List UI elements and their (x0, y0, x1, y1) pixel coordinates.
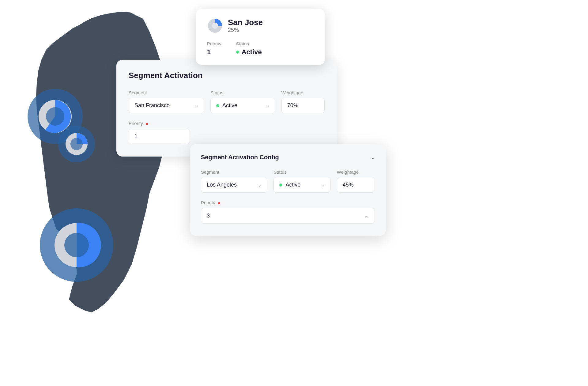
tooltip-pie-chart (207, 18, 223, 34)
status-active-dot-icon (216, 104, 219, 107)
sec-segment-select[interactable]: Los Angeles ⌄ (201, 177, 267, 193)
priority-label: Priority (129, 121, 148, 126)
segment-group: Segment San Francisco ⌄ (129, 90, 204, 113)
sec-segment-chevron-icon: ⌄ (258, 183, 262, 187)
sec-status-dot-icon (279, 184, 282, 187)
status-value-text: Active (222, 102, 237, 109)
sec-segment-label: Segment (201, 169, 267, 175)
sec-weightage-field[interactable]: 45% (337, 177, 375, 193)
segment-chevron-icon: ⌄ (195, 103, 198, 108)
tooltip-details: Priority 1 Status Active (207, 41, 314, 56)
tooltip-percent: 25% (228, 27, 263, 33)
bubble-sj (58, 126, 95, 162)
sec-priority-chevron-icon: ⌄ (365, 214, 369, 218)
secondary-panel-chevron-icon[interactable]: ⌄ (371, 154, 375, 160)
segment-select[interactable]: San Francisco ⌄ (129, 98, 204, 113)
tooltip-priority-field: Priority 1 (207, 41, 221, 56)
sec-status-label: Status (273, 169, 330, 175)
weightage-label: Weightage (281, 90, 325, 95)
sec-segment-group: Segment Los Angeles ⌄ (201, 169, 267, 193)
sec-status-group: Status Active ⌄ (273, 169, 330, 193)
weightage-group: Weightage 70% (281, 90, 325, 113)
required-dot-icon (146, 123, 148, 125)
sec-priority-section: Priority 3 ⌄ (201, 200, 375, 224)
tooltip-card: San Jose 25% Priority 1 Status Active (196, 9, 325, 65)
sec-weightage-value-text: 45% (343, 182, 354, 188)
tooltip-status-text: Active (242, 48, 262, 56)
bubble-la (40, 208, 113, 282)
weightage-field[interactable]: 70% (281, 98, 325, 113)
sec-status-value-text: Active (285, 182, 300, 188)
svg-point-5 (64, 233, 89, 257)
tooltip-status-field: Status Active (236, 41, 262, 56)
tooltip-status-value: Active (236, 48, 262, 56)
priority-section: Priority 1 (129, 121, 325, 144)
secondary-panel: Segment Activation Config ⌄ Segment Los … (190, 144, 386, 236)
main-panel-title: Segment Activation (129, 71, 325, 80)
svg-point-7 (212, 23, 218, 29)
segment-value-text: San Francisco (134, 102, 170, 109)
svg-point-3 (70, 138, 83, 150)
weightage-value-text: 70% (287, 102, 298, 109)
main-panel: Segment Activation Segment San Francisco… (116, 60, 337, 157)
tooltip-status-label: Status (236, 41, 262, 46)
california-map (18, 9, 178, 316)
svg-point-1 (46, 107, 64, 126)
tooltip-priority-label: Priority (207, 41, 221, 46)
status-group: Status Active ⌄ (210, 90, 275, 113)
priority-input[interactable]: 1 (129, 129, 190, 144)
segment-select-value: San Francisco (134, 102, 170, 109)
sec-segment-value: Los Angeles (207, 182, 237, 188)
segment-label: Segment (129, 90, 204, 95)
sec-weightage-group: Weightage 45% (337, 169, 375, 193)
status-label: Status (210, 90, 275, 95)
status-dot-icon (236, 51, 239, 54)
secondary-panel-title: Segment Activation Config (201, 154, 279, 161)
sec-priority-field[interactable]: 3 ⌄ (201, 208, 375, 224)
sec-priority-value: 3 (207, 213, 210, 219)
sec-priority-label: Priority (201, 200, 220, 205)
sec-status-value: Active (279, 182, 300, 188)
main-form-row: Segment San Francisco ⌄ Status Active ⌄ (129, 90, 325, 113)
tooltip-priority-value: 1 (207, 48, 221, 56)
tooltip-city-name: San Jose (228, 18, 263, 27)
tooltip-city-row: San Jose 25% (207, 18, 314, 34)
sec-segment-value-text: Los Angeles (207, 182, 237, 188)
scene: San Jose 25% Priority 1 Status Active Se… (0, 0, 588, 386)
status-select-value: Active (216, 102, 237, 109)
status-select[interactable]: Active ⌄ (210, 98, 275, 113)
sec-status-select[interactable]: Active ⌄ (273, 177, 330, 193)
status-chevron-icon: ⌄ (266, 103, 270, 108)
secondary-panel-header: Segment Activation Config ⌄ (201, 154, 375, 161)
sec-required-dot-icon (218, 202, 220, 204)
secondary-form-row: Segment Los Angeles ⌄ Status Active ⌄ (201, 169, 375, 193)
tooltip-city-info: San Jose 25% (228, 18, 263, 33)
sec-status-chevron-icon: ⌄ (321, 183, 325, 187)
sec-weightage-label: Weightage (337, 169, 375, 175)
